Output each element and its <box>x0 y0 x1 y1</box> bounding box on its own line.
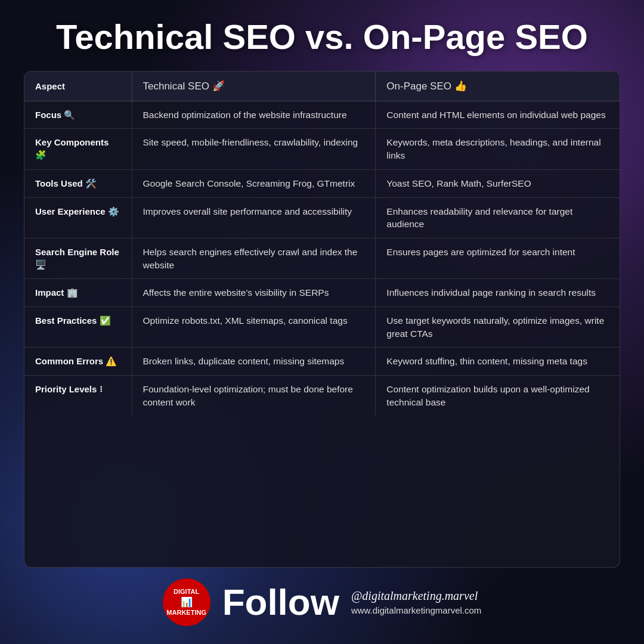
cell-technical-2: Google Search Console, Screaming Frog, G… <box>132 169 376 197</box>
table-body: Focus 🔍Backend optimization of the websi… <box>24 101 620 416</box>
brand-logo: DIGITAL 📊 MARKETING <box>163 578 210 626</box>
social-handle: @digitalmarketing.marvel <box>351 589 481 603</box>
cell-technical-0: Backend optimization of the website infr… <box>132 101 376 129</box>
cell-onpage-2: Yoast SEO, Rank Math, SurferSEO <box>376 169 620 197</box>
header-technical: Technical SEO 🚀 <box>132 72 376 101</box>
table-row: Priority Levels ⁝Foundation-level optimi… <box>24 376 620 416</box>
cell-onpage-0: Content and HTML elements on individual … <box>376 101 620 129</box>
cell-technical-8: Foundation-level optimization; must be d… <box>132 376 376 416</box>
follow-label: Follow <box>222 584 339 621</box>
table-row: Tools Used 🛠️Google Search Console, Scre… <box>24 169 620 197</box>
table-row: User Experience ⚙️Improves overall site … <box>24 197 620 238</box>
footer: DIGITAL 📊 MARKETING Follow @digitalmarke… <box>24 568 620 632</box>
table-row: Focus 🔍Backend optimization of the websi… <box>24 101 620 129</box>
cell-aspect-4: Search Engine Role 🖥️ <box>24 238 132 278</box>
cell-onpage-7: Keyword stuffing, thin content, missing … <box>376 348 620 376</box>
logo-icon: 📊 <box>181 596 193 608</box>
comparison-table-container: Aspect Technical SEO 🚀 On-Page SEO 👍 Foc… <box>24 71 620 568</box>
cell-technical-4: Helps search engines effectively crawl a… <box>132 238 376 278</box>
table-row: Key Components 🧩Site speed, mobile-frien… <box>24 129 620 169</box>
table-row: Search Engine Role 🖥️Helps search engine… <box>24 238 620 278</box>
logo-text-digital: DIGITAL <box>174 588 199 596</box>
cell-onpage-3: Enhances readability and relevance for t… <box>376 197 620 238</box>
table-row: Common Errors ⚠️Broken links, duplicate … <box>24 348 620 376</box>
cell-onpage-4: Ensures pages are optimized for search i… <box>376 238 620 278</box>
logo-text-marketing: MARKETING <box>166 609 206 617</box>
main-content: Technical SEO vs. On-Page SEO Aspect Tec… <box>0 0 644 644</box>
cell-onpage-6: Use target keywords naturally, optimize … <box>376 306 620 347</box>
cell-technical-7: Broken links, duplicate content, missing… <box>132 348 376 376</box>
cell-aspect-2: Tools Used 🛠️ <box>24 169 132 197</box>
page-title: Technical SEO vs. On-Page SEO <box>24 18 620 56</box>
cell-aspect-6: Best Practices ✅ <box>24 306 132 347</box>
cell-technical-1: Site speed, mobile-friendliness, crawlab… <box>132 129 376 169</box>
header-aspect: Aspect <box>24 72 132 101</box>
cell-onpage-1: Keywords, meta descriptions, headings, a… <box>376 129 620 169</box>
website-url: www.digitalmarketingmarvel.com <box>351 605 481 615</box>
cell-aspect-7: Common Errors ⚠️ <box>24 348 132 376</box>
comparison-table: Aspect Technical SEO 🚀 On-Page SEO 👍 Foc… <box>24 72 620 416</box>
cell-aspect-3: User Experience ⚙️ <box>24 197 132 238</box>
cell-technical-6: Optimize robots.txt, XML sitemaps, canon… <box>132 306 376 347</box>
cell-aspect-0: Focus 🔍 <box>24 101 132 129</box>
cell-aspect-1: Key Components 🧩 <box>24 129 132 169</box>
cell-onpage-5: Influences individual page ranking in se… <box>376 279 620 307</box>
table-row: Impact 🏢Affects the entire website's vis… <box>24 279 620 307</box>
social-info: @digitalmarketing.marvel www.digitalmark… <box>351 589 481 615</box>
table-row: Best Practices ✅Optimize robots.txt, XML… <box>24 306 620 347</box>
cell-aspect-8: Priority Levels ⁝ <box>24 376 132 416</box>
cell-technical-3: Improves overall site performance and ac… <box>132 197 376 238</box>
cell-onpage-8: Content optimization builds upon a well-… <box>376 376 620 416</box>
cell-technical-5: Affects the entire website's visibility … <box>132 279 376 307</box>
table-header-row: Aspect Technical SEO 🚀 On-Page SEO 👍 <box>24 72 620 101</box>
header-onpage: On-Page SEO 👍 <box>376 72 620 101</box>
cell-aspect-5: Impact 🏢 <box>24 279 132 307</box>
